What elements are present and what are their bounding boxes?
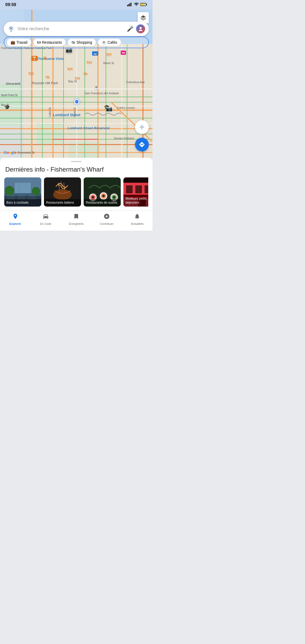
marker-bar[interactable]: 🍸 <box>31 56 38 61</box>
nav-explorer[interactable]: Explorer <box>0 213 30 225</box>
marker-shop[interactable]: 🛍 <box>83 71 88 76</box>
marker-museum[interactable]: 🏛 <box>43 56 47 61</box>
marker-shop-2[interactable]: 🛍 <box>46 75 50 80</box>
place-cards-row: Bars à cocktails Restaurants itali <box>4 177 148 210</box>
svg-point-45 <box>140 27 142 29</box>
svg-point-57 <box>53 189 72 200</box>
cafes-icon: ☕ <box>102 40 106 44</box>
card-bars[interactable]: Bars à cocktails <box>4 177 41 207</box>
marker-food-2[interactable]: 🍽 <box>87 60 92 65</box>
svg-rect-5 <box>146 4 147 5</box>
chip-restaurants-label: Restaurants <box>42 40 62 44</box>
contribuer-icon <box>104 213 110 221</box>
svg-rect-2 <box>129 3 130 6</box>
google-maps-logo: G <box>7 25 15 33</box>
marker-food-3[interactable]: 🍽 <box>68 66 72 72</box>
search-input-placeholder[interactable]: Votre recherche <box>17 26 124 32</box>
marker-graduation-2[interactable]: 🎓 <box>4 104 10 110</box>
lombard-wavy <box>85 111 122 117</box>
svg-point-53 <box>5 186 14 195</box>
marker-food-1[interactable]: 🍽 <box>106 52 111 57</box>
marker-camera-lombard[interactable]: 📷 <box>106 105 113 112</box>
card-breakfast-image: Meilleurs petits déjeuners <box>123 177 148 207</box>
marker-transit[interactable]: 🚌 <box>92 51 98 56</box>
svg-point-80 <box>15 215 16 216</box>
nav-contribuer[interactable]: Contribuer <box>92 213 122 225</box>
svg-rect-52 <box>19 183 19 193</box>
microphone-icon[interactable]: 🎤 <box>127 26 133 32</box>
travail-icon: 💼 <box>11 40 15 44</box>
map-container[interactable]: Francisco Maritime National Historical P… <box>0 10 152 158</box>
wifi-icon <box>134 3 139 7</box>
card-breakfast[interactable]: Meilleurs petits déjeuners <box>123 177 148 207</box>
chip-restaurants[interactable]: 🍽 Restaurants <box>33 39 66 46</box>
shopping-icon: 🛍 <box>71 40 75 44</box>
search-bar[interactable]: G Votre recherche 🎤 <box>4 22 149 36</box>
svg-rect-51 <box>15 183 31 193</box>
svg-rect-76 <box>145 185 148 193</box>
en-route-icon <box>43 213 49 221</box>
status-icons <box>127 3 147 7</box>
marker-coffee[interactable]: ☕ <box>94 85 99 90</box>
card-italian-image: Restaurants italiens <box>44 177 81 207</box>
actualites-label: Actualités <box>131 222 144 225</box>
card-bars-label: Bars à cocktails <box>4 199 41 207</box>
svg-rect-3 <box>131 3 132 6</box>
bottom-sheet-handle[interactable] <box>71 161 82 162</box>
card-sushi-label: Restaurants de sushis <box>84 199 121 207</box>
explorer-label: Explorer <box>9 222 21 225</box>
chip-cafes[interactable]: ☕ Cafés <box>98 39 121 46</box>
enregistres-icon <box>73 213 79 221</box>
chip-travail-label: Travail <box>16 40 28 44</box>
chip-travail[interactable]: 💼 Travail <box>7 39 31 46</box>
marker-food-4[interactable]: 🍽 <box>75 76 80 81</box>
svg-rect-11 <box>0 84 21 126</box>
compass-button[interactable] <box>135 120 149 134</box>
chip-shopping[interactable]: 🛍 Shopping <box>68 39 96 46</box>
svg-rect-1 <box>128 4 129 6</box>
card-bars-image: Bars à cocktails <box>4 177 41 207</box>
map-label-hyde: Hyde St <box>73 108 76 117</box>
nav-actualites[interactable]: Actualités <box>122 213 152 225</box>
battery-icon <box>140 3 147 7</box>
card-italian[interactable]: Restaurants italiens <box>44 177 81 207</box>
card-sushi-image: Restaurants de sushis <box>84 177 121 207</box>
status-bar: 09:59 <box>0 0 152 10</box>
svg-rect-6 <box>141 3 145 5</box>
svg-rect-75 <box>135 185 142 193</box>
svg-point-62 <box>92 196 94 199</box>
card-breakfast-label: Meilleurs petits déjeuners <box>123 195 148 207</box>
enregistres-label: Enregistrés <box>69 222 84 225</box>
svg-point-66 <box>102 195 105 197</box>
svg-point-70 <box>113 196 115 199</box>
svg-rect-0 <box>127 5 128 6</box>
search-bar-container: G Votre recherche 🎤 <box>0 19 152 39</box>
marker-lodging[interactable]: 🛏 <box>121 51 126 55</box>
chip-shopping-label: Shopping <box>77 40 92 44</box>
chip-cafes-label: Cafés <box>107 40 117 44</box>
svg-text:G: G <box>11 27 12 29</box>
marker-food-5[interactable]: 🍽 <box>29 71 33 77</box>
explorer-icon <box>12 213 19 221</box>
directions-button[interactable] <box>135 138 149 151</box>
bottom-navigation: Explorer En route Enregistrés Contribuer <box>0 210 152 231</box>
svg-rect-74 <box>126 185 133 193</box>
actualites-icon <box>134 213 140 221</box>
contribuer-label: Contribuer <box>100 222 114 225</box>
status-time: 09:59 <box>5 2 16 7</box>
restaurants-icon: 🍽 <box>37 40 41 44</box>
google-logo: Google Greenwich St <box>4 150 34 155</box>
svg-point-54 <box>32 187 40 195</box>
svg-point-40 <box>141 127 142 128</box>
card-sushi[interactable]: Restaurants de sushis <box>84 177 121 207</box>
en-route-label: En route <box>40 222 51 225</box>
bottom-sheet: Dernières info - Fisherman's Wharf <box>0 158 152 210</box>
map-label-lakin: Lakin St <box>48 107 51 117</box>
nav-en-route[interactable]: En route <box>30 213 61 225</box>
user-location-dot <box>74 99 79 104</box>
user-avatar[interactable] <box>136 24 145 33</box>
card-italian-label: Restaurants italiens <box>44 199 81 207</box>
bottom-section-title: Dernières info - Fisherman's Wharf <box>4 166 148 173</box>
nav-enregistres[interactable]: Enregistrés <box>61 213 91 225</box>
signal-icon <box>127 3 132 7</box>
